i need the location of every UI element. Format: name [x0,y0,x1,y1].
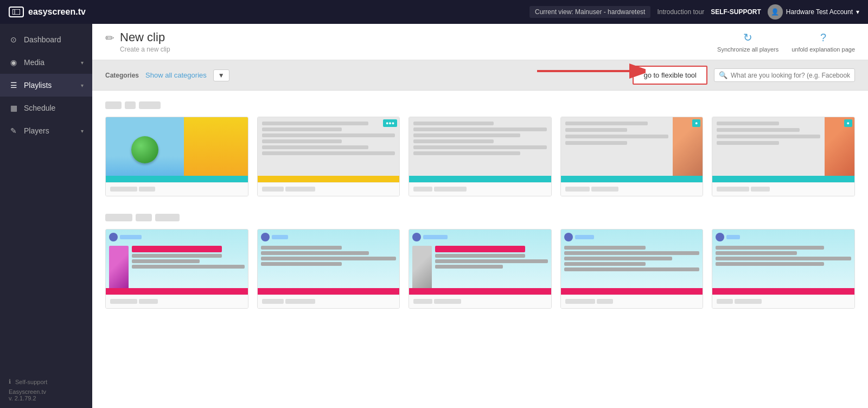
account-chevron: ▾ [856,8,859,16]
clip-card-info [561,182,703,196]
navbar: easyscreen.tv Current view: Mainuser - h… [0,0,868,24]
clip-card-info [258,182,400,196]
thumb-with-image [712,117,854,182]
players-arrow: ▾ [81,128,84,134]
social-content [109,246,245,291]
self-support-item[interactable]: ℹ Self-support [9,378,84,385]
teal-accent-bar [561,176,703,182]
clip-card-info [712,182,854,196]
brand[interactable]: easyscreen.tv [9,7,86,17]
main-layout: ⊙ Dashboard ◉ Media ▾ ☰ Playlists ▾ ▦ Sc… [0,24,868,408]
search-box: 🔍 [714,68,855,82]
clip-card[interactable]: ●●● [257,117,400,196]
sidebar-label-media: Media [24,58,75,67]
clip-card-info [712,295,854,308]
corner-badge: ● [692,119,700,127]
social-header [716,233,851,241]
page-header-left: ✏ New clip Create a new clip [105,30,170,53]
clip-card-info [106,182,248,196]
teal-accent-bar [106,176,248,182]
search-input[interactable] [731,72,850,79]
clip-section-1: ●●● [105,101,855,196]
thumb-with-image [561,117,703,182]
app-version-number: v. 2.1.79.2 [9,395,84,401]
social-avatar [261,233,270,241]
red-arrow-annotation [537,59,646,85]
sidebar-item-playlists[interactable]: ☰ Playlists ▾ [0,74,92,97]
clip-card[interactable] [409,117,552,196]
section-1-title [105,101,855,109]
clip-card[interactable] [712,229,855,309]
social-content [412,246,548,291]
account-menu[interactable]: 👤 Hardware Test Account ▾ [768,4,859,20]
thumb-text-col [561,117,673,182]
sync-all-players-action[interactable]: ↻ Synchronize all players [717,31,778,53]
social-person-col [109,246,129,291]
players-icon: ✎ [9,126,18,136]
playlists-icon: ☰ [9,80,18,90]
thumb-text-col [712,117,825,182]
sidebar-item-schedule[interactable]: ▦ Schedule [0,97,92,119]
categories-label: Categories [105,72,139,79]
social-text-col [564,246,700,291]
sidebar-item-dashboard[interactable]: ⊙ Dashboard [0,28,92,51]
thumb-social [561,229,703,295]
account-name: Hardware Test Account [786,8,853,16]
sidebar-label-dashboard: Dashboard [24,35,84,44]
pink-accent-bar [409,288,551,295]
clip-card[interactable]: ● [560,117,704,196]
media-icon: ◉ [9,58,18,67]
unfold-explanation-action[interactable]: ? unfold explanation page [792,31,855,53]
pink-accent-bar [258,288,400,295]
social-header [261,233,397,241]
thumb-generic [258,117,400,182]
clip-card[interactable]: ● [712,117,855,196]
navbar-right: Current view: Mainuser - hardwaretest In… [529,4,859,20]
filter-wrapper: Categories Show all categories ▼ [92,60,868,91]
clip-card-thumb: ● [712,117,854,182]
social-avatar [109,233,118,241]
clip-card[interactable] [105,229,248,309]
pink-accent-bar [106,288,248,295]
clip-card-thumb [712,229,854,295]
social-header [109,233,245,241]
thumb-social [712,229,854,295]
unfold-label: unfold explanation page [792,46,855,53]
social-avatar [412,233,421,241]
sync-icon: ↻ [743,31,752,44]
person-image-2 [825,117,854,182]
social-highlight [435,246,525,252]
intro-tour-link[interactable]: Introduction tour [657,8,704,16]
clip-card[interactable] [409,229,552,309]
clip-card-thumb [106,229,248,295]
sync-label: Synchronize all players [717,46,778,53]
social-person-image [109,246,129,291]
clip-card[interactable] [257,229,400,309]
question-icon: ? [820,31,826,44]
content-area: ✏ New clip Create a new clip ↻ Synchroni… [92,24,868,408]
social-header [564,233,700,241]
clip-card-info [409,295,551,308]
go-to-flexible-tool-button[interactable]: go to flexible tool [633,66,707,85]
card-grid-1: ●●● [105,117,855,196]
sidebar-item-media[interactable]: ◉ Media ▾ [0,51,92,74]
person-image [673,117,703,182]
clip-card[interactable] [105,117,248,196]
social-text-col [261,246,397,291]
svg-rect-0 [12,9,20,15]
page-title: New clip [120,30,170,44]
sidebar-bottom: ℹ Self-support Easyscreen.tv v. 2.1.79.2 [0,372,92,408]
sidebar: ⊙ Dashboard ◉ Media ▾ ☰ Playlists ▾ ▦ Sc… [0,24,92,408]
schedule-icon: ▦ [9,103,18,113]
thumb-balloon-left [106,117,184,182]
sidebar-item-players[interactable]: ✎ Players ▾ [0,119,92,142]
social-person-col [412,246,432,291]
social-text-col [435,246,548,291]
self-support-link[interactable]: SELF-SUPPORT [711,8,761,16]
self-support-icon: ℹ [9,378,11,385]
social-text-col [132,246,245,291]
sidebar-label-playlists: Playlists [24,81,75,90]
categories-dropdown-button[interactable]: ▼ [213,69,229,81]
show-all-categories-link[interactable]: Show all categories [145,71,207,79]
clip-card[interactable] [560,229,704,309]
